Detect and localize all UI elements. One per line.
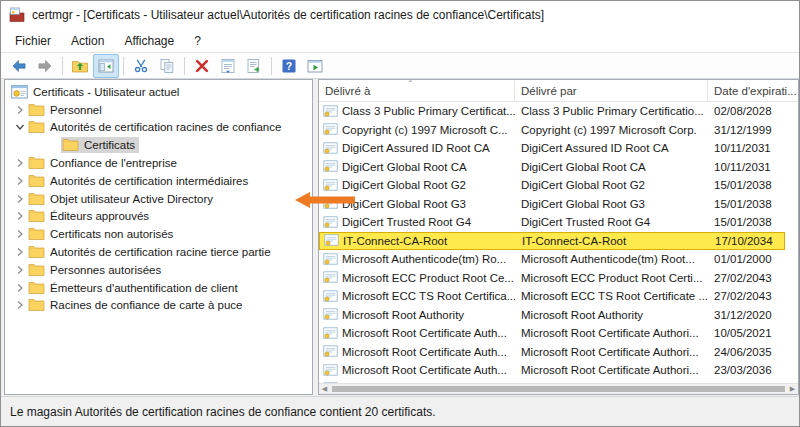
toolbar-separator [123,57,124,75]
tree-item[interactable]: Autorités de certification racines de co… [5,119,312,137]
up-folder-button[interactable] [67,54,93,78]
column-header-delivre-a[interactable]: Délivré à [319,80,515,101]
certificate-row[interactable]: Microsoft ECC TS Root Certifica... Micro… [319,287,798,306]
certificate-row[interactable]: DigiCert Global Root G2 DigiCert Global … [319,176,798,195]
certificate-row[interactable]: IT-Connect-CA-Root IT-Connect-CA-Root 17… [319,232,785,251]
tree-chevron-icon[interactable] [13,283,27,293]
horizontal-scrollbar[interactable]: ◀ ▶ [319,383,798,394]
issued-by: Microsoft Root Authority [515,309,708,321]
column-header-delivre-par[interactable]: Délivré par [515,80,708,101]
toolbar-separator [62,57,63,75]
issued-to: Microsoft Root Certificate Auth... [342,346,507,358]
new-window-button[interactable] [302,54,328,78]
issued-to: Microsoft ECC Product Root Ce... [342,272,514,284]
sort-ascending-icon: ˆ [409,79,412,89]
tree-item[interactable]: Certificats - Utilisateur actuel [5,83,312,101]
copy-button[interactable] [154,54,180,78]
certificate-list-panel: Délivré à Délivré par Date d'expirati...… [318,79,799,395]
tree-item[interactable]: Éditeurs approuvés [5,208,312,226]
tree-chevron-icon[interactable] [13,122,27,132]
tree-chevron-icon[interactable] [13,194,27,204]
certificate-icon [323,253,338,266]
back-button[interactable] [6,54,32,78]
expiration-date: 15/01/2038 [708,216,798,228]
issued-to: DigiCert Global Root G2 [342,179,466,191]
tree-chevron-icon[interactable] [13,158,27,168]
issued-to: DigiCert Global Root CA [342,161,467,173]
expiration-date: 24/06/2035 [708,346,798,358]
main-area: Certificats - Utilisateur actuel Personn… [1,79,799,397]
folder-icon [28,298,45,312]
tree-item-label: Autorités de certification racines de co… [50,121,281,133]
menu-fichier[interactable]: Fichier [5,31,61,51]
cut-button[interactable] [128,54,154,78]
certificate-row[interactable]: Microsoft Root Authority Microsoft Root … [319,306,798,325]
tree-item[interactable]: Autorités de certification racine tierce… [5,243,312,261]
expiration-date: 31/12/2020 [708,309,798,321]
console-tree-icon [97,57,115,75]
show-console-tree-button[interactable] [93,54,119,78]
folder-icon [28,192,45,206]
certificate-icon [323,308,338,321]
certificate-row[interactable]: Microsoft ECC Product Root Ce... Microso… [319,269,798,288]
tree-chevron-icon[interactable] [13,176,27,186]
folder-icon [28,245,45,259]
scroll-right-arrow-icon[interactable]: ▶ [787,384,798,394]
properties-button[interactable] [215,54,241,78]
scroll-left-arrow-icon[interactable]: ◀ [319,384,330,394]
folder-icon [28,227,45,241]
tree-item[interactable]: Personnes autorisées [5,261,312,279]
expiration-date: 02/08/2028 [708,105,798,117]
certificate-row[interactable]: Microsoft Root Certificate Auth... Micro… [319,343,798,362]
folder-icon [28,281,45,295]
expiration-date: 27/02/2043 [708,290,798,302]
tree-chevron-icon[interactable] [13,211,27,221]
certificate-row[interactable]: DigiCert Global Root CA DigiCert Global … [319,158,798,177]
certificate-icon [323,197,338,210]
tree-item[interactable]: Certificats [5,136,312,154]
issued-to: Microsoft Root Certificate Auth... [342,327,507,339]
tree-item[interactable]: Racines de confiance de carte à puce [5,297,312,315]
folder-icon [28,103,45,117]
issued-to: Microsoft Authenticode(tm) Ro... [342,253,506,265]
issued-by: DigiCert Global Root G3 [515,198,708,210]
forward-button[interactable] [32,54,58,78]
column-header-date-expiration[interactable]: Date d'expirati... [708,80,798,101]
export-list-button[interactable] [241,54,267,78]
toolbar: ? [1,53,799,79]
issued-by: Microsoft Root Certificate Authori... [515,327,708,339]
certificate-row[interactable]: Microsoft Root Certificate Auth... Micro… [319,324,798,343]
back-arrow-icon [10,57,28,75]
issued-by: DigiCert Trusted Root G4 [515,216,708,228]
certificate-row[interactable]: Copyright (c) 1997 Microsoft C... Copyri… [319,121,798,140]
certificate-row[interactable]: Class 3 Public Primary Certificat... Cla… [319,102,798,121]
copy-icon [158,57,176,75]
delete-button[interactable] [189,54,215,78]
certificate-row[interactable]: DigiCert Global Root G3 DigiCert Global … [319,195,798,214]
tree-chevron-icon[interactable] [13,300,27,310]
certificate-icon [323,345,338,358]
tree-chevron-icon[interactable] [13,229,27,239]
certificate-row[interactable]: DigiCert Trusted Root G4 DigiCert Truste… [319,213,798,232]
scrollbar-thumb[interactable] [332,386,785,392]
menu-action[interactable]: Action [61,31,114,51]
certificate-row[interactable]: Microsoft Root Certificate Auth... Micro… [319,361,798,380]
tree-chevron-icon[interactable] [13,105,27,115]
menu-help[interactable]: ? [184,31,211,51]
tree-chevron-icon[interactable] [13,247,27,257]
expiration-date: 27/02/2043 [708,272,798,284]
tree-item[interactable]: Autorités de certification intermédiaire… [5,172,312,190]
new-window-icon [306,57,324,75]
certificate-row[interactable]: DigiCert Assured ID Root CA DigiCert Ass… [319,139,798,158]
tree-item[interactable]: Émetteurs d'authentification de client [5,279,312,297]
properties-icon [219,57,237,75]
tree-item[interactable]: Certificats non autorisés [5,225,312,243]
certmgr-window: certmgr - [Certificats - Utilisateur act… [0,0,800,427]
help-button[interactable]: ? [276,54,302,78]
certificate-row[interactable]: Microsoft Authenticode(tm) Ro... Microso… [319,250,798,269]
tree-item[interactable]: Confiance de l'entreprise [5,154,312,172]
tree-item[interactable]: Personnel [5,101,312,119]
tree-item[interactable]: Objet utilisateur Active Directory [5,190,312,208]
menu-affichage[interactable]: Affichage [114,31,184,51]
tree-chevron-icon[interactable] [13,265,27,275]
